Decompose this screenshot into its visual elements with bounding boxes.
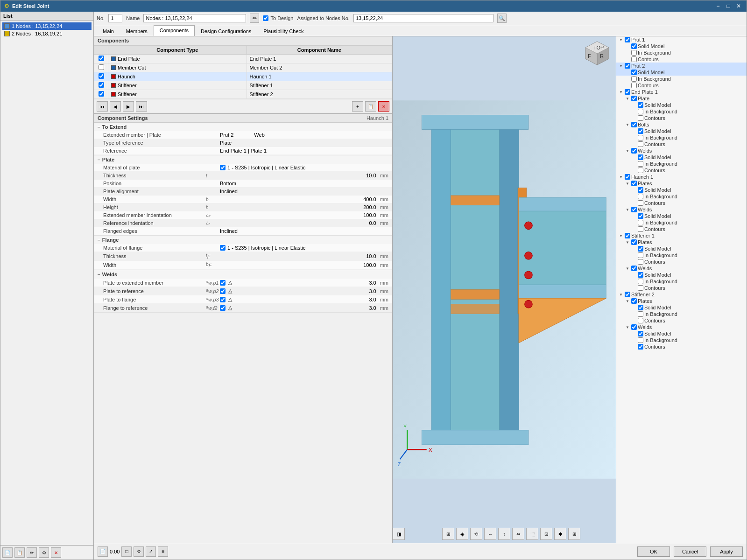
assigned-input[interactable]	[353, 14, 493, 22]
tree-cb-prut1[interactable]	[625, 37, 630, 42]
tree-prut1-bg[interactable]: In Background	[616, 49, 747, 56]
tree-h1-welds-contours[interactable]: Contours	[616, 226, 747, 232]
comp-move-first-button[interactable]: ⏮	[97, 101, 108, 112]
vp-btn-6[interactable]: ⇔	[512, 528, 524, 540]
comp-row-end-plate[interactable]: End Plate End Plate 1	[94, 55, 392, 63]
list-item-2[interactable]: 2 Nodes : 16,18,19,21	[2, 30, 92, 37]
tree-s1-plates[interactable]: ▼ Plates	[616, 239, 747, 245]
tree-cb-prut1-solid[interactable]	[631, 43, 637, 49]
tree-cb-h1-plates-contours[interactable]	[638, 200, 643, 206]
tree-cb-s2-plates-contours[interactable]	[638, 318, 643, 323]
tree-s1-welds-bg[interactable]: In Background	[616, 278, 747, 285]
tree-cb-s2-plates-bg[interactable]	[638, 311, 643, 317]
tree-ep1-welds-bg[interactable]: In Background	[616, 161, 747, 167]
tree-cb-h1-plates-solid[interactable]	[638, 187, 643, 193]
tree-prut2-bg[interactable]: In Background	[616, 76, 747, 82]
comp-delete-button[interactable]: ✕	[378, 101, 389, 112]
tree-cb-s1-plates-solid[interactable]	[638, 246, 643, 252]
tree-cb-s1-plates-bg[interactable]	[638, 252, 643, 258]
tree-h1-plates[interactable]: ▼ Plates	[616, 180, 747, 187]
tree-s2-welds-contours[interactable]: Contours	[616, 343, 747, 350]
vp-corner-btn[interactable]: ◨	[393, 528, 405, 540]
weld-cb-f2[interactable]	[220, 305, 226, 311]
tree-cb-h1-plates-bg[interactable]	[638, 194, 643, 199]
tree-prut1[interactable]: ▼ Prut 1	[616, 36, 747, 43]
vp-btn-8[interactable]: ⊡	[540, 528, 552, 540]
tree-cb-h1-welds-contours[interactable]	[638, 226, 643, 232]
tree-cb-ep1-welds-solid[interactable]	[638, 154, 643, 160]
tree-cb-ep1-bolts[interactable]	[631, 122, 637, 127]
tree-cb-ep1-plate-contours[interactable]	[638, 115, 643, 121]
tree-cb-h1-welds-bg[interactable]	[638, 220, 643, 225]
comp-row-stiffener2[interactable]: Stiffener Stiffener 2	[94, 90, 392, 99]
tree-cb-ep1-plate[interactable]	[631, 96, 637, 101]
comp-row-haunch[interactable]: Haunch Haunch 1	[94, 72, 392, 81]
tree-cb-h1-plates[interactable]	[631, 181, 637, 186]
prop-group-header-plate[interactable]: − Plate	[94, 155, 392, 164]
tree-prut2[interactable]: ▼ Prut 2	[616, 63, 747, 69]
tree-endplate1[interactable]: ▼ End Plate 1	[616, 89, 747, 95]
viewport-cube[interactable]: TOP R F	[583, 39, 611, 68]
name-edit-button[interactable]: ✏	[250, 14, 259, 23]
assigned-search-button[interactable]: 🔍	[497, 14, 507, 23]
vp-btn-1[interactable]: ⊞	[442, 528, 454, 540]
tree-ep1-welds[interactable]: ▼ Welds	[616, 147, 747, 154]
tab-plausibility-check[interactable]: Plausibility Check	[257, 26, 310, 36]
tree-cb-prut1-bg[interactable]	[631, 50, 637, 56]
comp-move-prev-button[interactable]: ◀	[110, 101, 121, 112]
comp-cb-stiffener1[interactable]	[99, 82, 104, 88]
status-btn-4[interactable]: ↗	[146, 546, 156, 557]
tree-cb-s1-plates-contours[interactable]	[638, 259, 643, 265]
tree-s1-plates-solid[interactable]: Solid Model	[616, 245, 747, 252]
prop-group-header-to-extend[interactable]: − To Extend	[94, 123, 392, 131]
viewport[interactable]: Y X Z	[393, 36, 616, 543]
status-btn-3[interactable]: ⚙	[134, 546, 144, 557]
tree-h1-plates-bg[interactable]: In Background	[616, 193, 747, 200]
tab-components[interactable]: Components	[154, 25, 195, 36]
tree-cb-h1-welds[interactable]	[631, 207, 637, 212]
comp-copy-button[interactable]: 📋	[365, 101, 376, 112]
tree-cb-prut2-contours[interactable]	[631, 83, 637, 88]
list-item-1[interactable]: 1 Nodes : 13,15,22,24	[2, 22, 92, 30]
tree-ep1-bolts-solid[interactable]: Solid Model	[616, 128, 747, 134]
vp-btn-7[interactable]: ⬚	[526, 528, 538, 540]
tab-members[interactable]: Members	[120, 26, 154, 36]
tree-s1-plates-bg[interactable]: In Background	[616, 252, 747, 259]
tree-cb-prut2-solid[interactable]	[631, 70, 637, 75]
tree-ep1-plate-solid[interactable]: Solid Model	[616, 102, 747, 108]
list-add-button[interactable]: 📄	[2, 547, 13, 558]
tree-cb-s1-welds-solid[interactable]	[638, 272, 643, 278]
name-input[interactable]	[143, 14, 246, 22]
tree-cb-ep1-welds-bg[interactable]	[638, 161, 643, 167]
tree-s2-plates-solid[interactable]: Solid Model	[616, 304, 747, 311]
comp-move-last-button[interactable]: ⏭	[136, 101, 147, 112]
weld-cb-p1[interactable]	[220, 280, 226, 286]
tree-ep1-welds-solid[interactable]: Solid Model	[616, 154, 747, 161]
tree-cb-stiffener1[interactable]	[625, 233, 630, 238]
tree-prut1-contours[interactable]: Contours	[616, 56, 747, 63]
tree-cb-s2-welds-bg[interactable]	[638, 337, 643, 343]
comp-cb-stiffener2[interactable]	[99, 91, 104, 97]
comp-move-next-button[interactable]: ▶	[123, 101, 134, 112]
tab-design-configurations[interactable]: Design Configurations	[195, 26, 257, 36]
vp-btn-10[interactable]: ⊞	[568, 528, 580, 540]
tree-cb-ep1-welds[interactable]	[631, 148, 637, 154]
tree-cb-haunch1[interactable]	[625, 174, 630, 180]
list-rename-button[interactable]: ✏	[27, 547, 37, 558]
status-btn-5[interactable]: ≡	[158, 546, 168, 557]
tree-ep1-plate-contours[interactable]: Contours	[616, 115, 747, 121]
tree-h1-welds[interactable]: ▼ Welds	[616, 206, 747, 213]
tree-cb-endplate1[interactable]	[625, 89, 630, 95]
tree-cb-s2-welds[interactable]	[631, 324, 637, 330]
comp-cb-haunch[interactable]	[99, 73, 104, 79]
comp-cb-end-plate[interactable]	[99, 56, 104, 61]
tree-cb-ep1-welds-contours[interactable]	[638, 168, 643, 173]
tree-cb-s2-plates-solid[interactable]	[638, 305, 643, 310]
tree-haunch1[interactable]: ▼ Haunch 1	[616, 174, 747, 180]
tree-prut1-solid[interactable]: Solid Model	[616, 43, 747, 49]
list-delete-button[interactable]: ✕	[51, 547, 61, 558]
tree-s2-welds-solid[interactable]: Solid Model	[616, 330, 747, 337]
tree-cb-stiffener2[interactable]	[625, 292, 630, 297]
tree-cb-s2-welds-solid[interactable]	[638, 331, 643, 336]
tree-prut2-contours[interactable]: Contours	[616, 82, 747, 89]
